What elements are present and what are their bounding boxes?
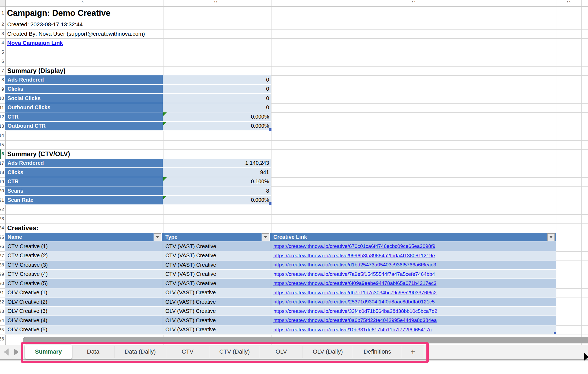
table-resize-handle[interactable] — [554, 332, 556, 335]
row-header[interactable]: 23 — [0, 214, 4, 224]
summary-row-value[interactable]: 0.000% — [163, 112, 271, 122]
summary-row-label[interactable]: Ads Rendered — [5, 159, 163, 168]
summary-row-label[interactable]: Outbound CTR — [5, 122, 163, 131]
creative-link-cell[interactable]: https://createwithnova.io/creative/9996b… — [271, 251, 556, 261]
row-header[interactable]: 12 — [0, 112, 4, 122]
summary-row-value[interactable]: 0.000% — [163, 122, 271, 131]
creative-link-cell[interactable]: https://createwithnova.io/creative/670c0… — [271, 242, 556, 251]
row-header[interactable]: 32 — [0, 298, 4, 307]
creative-link[interactable]: https://createwithnova.io/creative/670c0… — [273, 243, 435, 249]
creative-link-cell[interactable]: https://createwithnova.io/creative/db7e1… — [271, 288, 556, 298]
summary-row-value[interactable]: 0 — [163, 75, 271, 85]
creative-link[interactable]: https://createwithnova.io/creative/10b33… — [273, 327, 432, 333]
column-header-name[interactable]: Name — [5, 233, 163, 242]
row-header[interactable]: 36 — [0, 335, 4, 344]
row-header[interactable]: 9 — [2, 85, 4, 94]
creative-link-cell[interactable]: https://createwithnova.io/creative/6f09a… — [271, 279, 556, 288]
creative-link[interactable]: https://createwithnova.io/creative/db7e1… — [273, 290, 437, 296]
summary-row-label[interactable]: Clicks — [5, 168, 163, 177]
creative-link-cell[interactable]: https://createwithnova.io/creative/25371… — [271, 298, 556, 307]
column-header-letter[interactable]: D — [567, 0, 571, 2]
row-header[interactable]: 6 — [2, 57, 4, 66]
row-header[interactable]: 3 — [2, 29, 4, 39]
row-header[interactable]: 8 — [2, 75, 4, 85]
creative-type-cell[interactable]: CTV (VAST) Creative — [163, 270, 271, 279]
row-header[interactable]: 26 — [0, 242, 4, 251]
creative-link[interactable]: https://createwithnova.io/creative/25371… — [273, 299, 435, 305]
creative-link[interactable]: https://createwithnova.io/creative/33f4c… — [273, 308, 437, 314]
summary-ctv-olv-title-cell[interactable]: Summary (CTV/OLV) — [5, 149, 163, 159]
creative-link-cell[interactable]: https://createwithnova.io/creative/7a9e5… — [271, 270, 556, 279]
row-header[interactable]: 34 — [0, 316, 4, 325]
creative-link-cell[interactable]: https://createwithnova.io/creative/10b33… — [271, 325, 556, 335]
campaign-link-cell[interactable]: Nova Campaign Link — [5, 38, 163, 48]
summary-row-label[interactable]: Social Clicks — [5, 94, 163, 103]
row-header[interactable]: 19 — [0, 177, 4, 187]
table-resize-handle[interactable] — [269, 202, 271, 205]
summary-row-label[interactable]: Outbound Clicks — [5, 103, 163, 113]
creative-link[interactable]: https://createwithnova.io/creative/7a9e5… — [273, 271, 435, 277]
creative-name-cell[interactable]: OLV Creative (5) — [5, 325, 163, 335]
creative-name-cell[interactable]: OLV Creative (1) — [5, 288, 163, 298]
creative-type-cell[interactable]: OLV (VAST) Creative — [163, 288, 271, 298]
row-header[interactable]: 31 — [0, 288, 4, 298]
creative-name-cell[interactable]: CTV Creative (5) — [5, 279, 163, 288]
creative-name-cell[interactable]: OLV Creative (4) — [5, 316, 163, 325]
summary-row-value[interactable]: 0 — [163, 94, 271, 103]
nova-campaign-link[interactable]: Nova Campaign Link — [7, 40, 63, 46]
campaign-title-cell[interactable]: Campaign: Demo Creative — [5, 6, 163, 20]
row-header[interactable]: 21 — [0, 196, 4, 205]
row-header[interactable]: 28 — [0, 261, 4, 270]
creative-link[interactable]: https://createwithnova.io/creative/d1bd2… — [273, 262, 436, 268]
row-header[interactable]: 29 — [0, 270, 4, 279]
summary-row-label[interactable]: Scans — [5, 186, 163, 196]
summary-row-label[interactable]: Scan Rate — [5, 196, 163, 205]
filter-dropdown-button[interactable] — [154, 233, 161, 241]
creative-link-cell[interactable]: https://createwithnova.io/creative/33f4c… — [271, 307, 556, 316]
row-header[interactable]: 1 — [2, 6, 4, 20]
row-header[interactable]: 13 — [0, 122, 4, 131]
creative-link[interactable]: https://createwithnova.io/creative/8a6b7… — [273, 317, 437, 323]
column-header-link[interactable]: Creative Link — [271, 233, 556, 242]
creative-type-cell[interactable]: CTV (VAST) Creative — [163, 279, 271, 288]
creative-link[interactable]: https://createwithnova.io/creative/6f09a… — [273, 280, 436, 286]
summary-row-label[interactable]: CTR — [5, 112, 163, 122]
summary-row-value[interactable]: 0.100% — [163, 177, 271, 187]
row-header[interactable]: 2 — [2, 20, 4, 29]
creative-type-cell[interactable]: CTV (VAST) Creative — [163, 251, 271, 261]
creative-name-cell[interactable]: CTV Creative (2) — [5, 251, 163, 261]
row-header[interactable]: 4 — [2, 38, 4, 48]
created-by-cell[interactable]: Created By: Nova User (support@createwit… — [5, 29, 163, 39]
row-header[interactable]: 17 — [0, 159, 4, 168]
column-header-letter[interactable]: A — [81, 0, 84, 2]
summary-row-value[interactable]: 1,140,243 — [163, 159, 271, 168]
row-header[interactable]: 27 — [0, 251, 4, 261]
creative-name-cell[interactable]: CTV Creative (4) — [5, 270, 163, 279]
row-header[interactable]: 20 — [0, 186, 4, 196]
creative-type-cell[interactable]: OLV (VAST) Creative — [163, 307, 271, 316]
summary-row-label[interactable]: Ads Rendered — [5, 75, 163, 85]
column-header-type[interactable]: Type — [163, 233, 271, 242]
creative-type-cell[interactable]: OLV (VAST) Creative — [163, 298, 271, 307]
tab-scroll-left-icon[interactable] — [4, 349, 9, 355]
row-header[interactable]: 15 — [0, 140, 4, 150]
creative-name-cell[interactable]: CTV Creative (1) — [5, 242, 163, 251]
row-header[interactable]: 11 — [0, 103, 4, 113]
row-header[interactable]: 22 — [0, 205, 4, 214]
created-cell[interactable]: Created: 2023-08-17 13:32:44 — [5, 20, 163, 29]
row-header-strip[interactable]: 1234567891011121314151617181920212223242… — [0, 6, 5, 345]
summary-display-title-cell[interactable]: Summary (Display) — [5, 66, 163, 76]
summary-row-value[interactable]: 0 — [163, 103, 271, 113]
summary-row-value[interactable]: 8 — [163, 186, 271, 196]
creative-name-cell[interactable]: OLV Creative (2) — [5, 298, 163, 307]
creative-link[interactable]: https://createwithnova.io/creative/9996b… — [273, 253, 435, 259]
column-header-letter[interactable]: C — [412, 0, 415, 2]
creative-type-cell[interactable]: OLV (VAST) Creative — [163, 316, 271, 325]
filter-dropdown-button[interactable] — [547, 233, 555, 241]
creative-link-cell[interactable]: https://createwithnova.io/creative/8a6b7… — [271, 316, 556, 325]
summary-row-value[interactable]: 0 — [163, 85, 271, 94]
row-header[interactable]: 5 — [2, 48, 4, 57]
table-resize-handle[interactable] — [269, 128, 271, 131]
summary-row-label[interactable]: CTR — [5, 177, 163, 187]
creative-link-cell[interactable]: https://createwithnova.io/creative/d1bd2… — [271, 261, 556, 270]
